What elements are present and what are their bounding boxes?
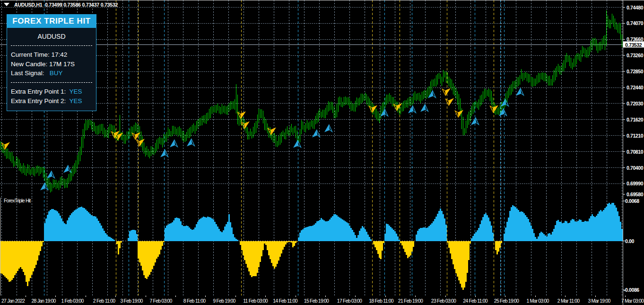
- svg-text:0.71210: 0.71210: [627, 133, 644, 139]
- svg-text:7 Mar 03:00: 7 Mar 03:00: [621, 298, 644, 304]
- svg-text:0.73660: 0.73660: [627, 36, 644, 42]
- svg-text:11 Feb 03:00: 11 Feb 03:00: [243, 298, 268, 304]
- svg-text:14 Feb 11:00: 14 Feb 11:00: [273, 298, 297, 304]
- svg-text:1 Mar 03:00: 1 Mar 03:00: [526, 298, 549, 304]
- svg-text:0.73532: 0.73532: [625, 42, 642, 48]
- svg-text:21 Feb 19:00: 21 Feb 19:00: [398, 298, 423, 304]
- svg-text:0.0068: 0.0068: [625, 198, 639, 204]
- svg-text:23 Feb 03:00: 23 Feb 03:00: [431, 298, 456, 304]
- svg-text:25 Feb 19:00: 25 Feb 19:00: [494, 298, 519, 304]
- svg-text:0.72440: 0.72440: [627, 85, 644, 90]
- svg-text:28 Jan 19:00: 28 Jan 19:00: [31, 298, 56, 304]
- svg-text:0.70400: 0.70400: [627, 165, 644, 171]
- svg-text:0.72850: 0.72850: [627, 69, 644, 74]
- svg-text:0.00: 0.00: [625, 238, 634, 244]
- svg-text:AUDUSD,H1 0.73499 0.73586 0.7: AUDUSD,H1 0.73499 0.73586 0.73437 0.7353…: [14, 2, 118, 8]
- svg-text:1 Feb 03:00: 1 Feb 03:00: [61, 298, 84, 304]
- svg-text:ForexTriple Hit: ForexTriple Hit: [4, 198, 31, 203]
- svg-text:0.69990: 0.69990: [627, 181, 644, 186]
- svg-text:27 Jan 2022: 27 Jan 2022: [1, 298, 25, 304]
- svg-text:15 Feb 19:00: 15 Feb 19:00: [304, 298, 329, 304]
- svg-text:0.73260: 0.73260: [627, 52, 644, 58]
- svg-text:7 Feb 03:00: 7 Feb 03:00: [149, 298, 172, 304]
- svg-text:2 Feb 11:00: 2 Feb 11:00: [93, 298, 115, 304]
- svg-text:0.72030: 0.72030: [627, 101, 644, 106]
- svg-text:0.74480: 0.74480: [627, 5, 644, 10]
- svg-text:0.70810: 0.70810: [627, 149, 644, 155]
- svg-text:9 Feb 19:00: 9 Feb 19:00: [213, 298, 235, 304]
- svg-text:17 Feb 03:00: 17 Feb 03:00: [337, 298, 362, 304]
- svg-text:0.69580: 0.69580: [627, 192, 644, 197]
- svg-text:18 Feb 11:00: 18 Feb 11:00: [369, 298, 393, 304]
- svg-text:0.74070: 0.74070: [627, 20, 644, 26]
- svg-text:8 Feb 11:00: 8 Feb 11:00: [183, 298, 206, 304]
- svg-text:24 Feb 11:00: 24 Feb 11:00: [463, 298, 487, 304]
- svg-text:3 Feb 19:00: 3 Feb 19:00: [120, 298, 143, 304]
- svg-text:3 Mar 19:00: 3 Mar 19:00: [588, 298, 610, 304]
- svg-text:2 Mar 11:00: 2 Mar 11:00: [557, 298, 580, 304]
- svg-text:-0.0086: -0.0086: [624, 287, 639, 293]
- svg-text:0.71620: 0.71620: [627, 117, 644, 122]
